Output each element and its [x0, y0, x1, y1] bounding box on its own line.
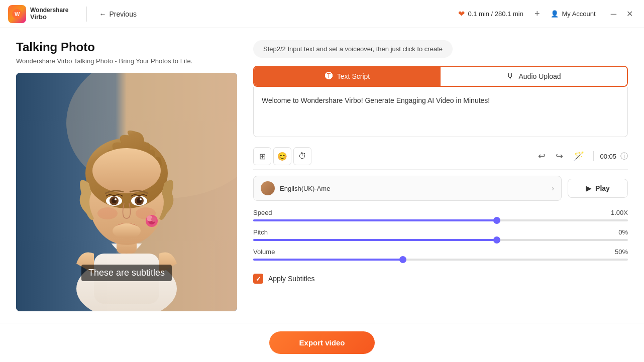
svg-point-13	[115, 198, 117, 200]
pitch-slider-fill	[253, 239, 497, 241]
redo-button[interactable]: ↪	[553, 149, 566, 164]
close-button[interactable]: ✕	[623, 7, 636, 21]
format-button[interactable]: ⊞	[253, 147, 271, 165]
speed-slider-row: Speed 1.00X	[253, 209, 628, 221]
toolbar-right: ↩ ↪ 🪄 00:05 ⓘ	[535, 149, 628, 164]
apply-subtitles-label: Apply Subtitles	[268, 275, 315, 283]
photo-container: These are subtitles	[16, 73, 237, 311]
main-content: Talking Photo Wondershare Virbo Talking …	[0, 28, 644, 362]
app-logo-icon: W	[8, 5, 26, 23]
text-script-icon: 🅣	[325, 72, 333, 81]
chevron-right-icon: ›	[552, 184, 554, 192]
step-hint: Step2/2 Input text and set a voiceover, …	[253, 40, 453, 58]
volume-slider-thumb[interactable]	[399, 256, 406, 263]
credits-value: 0.1 min / 280.1 min	[468, 10, 523, 18]
microphone-icon: 🎙	[506, 72, 514, 81]
magic-button[interactable]: 🪄	[570, 149, 587, 164]
volume-slider-header: Volume 50%	[253, 248, 628, 256]
title-divider	[86, 7, 87, 22]
speed-slider-track[interactable]	[253, 219, 628, 221]
timer-button[interactable]: ⏱	[293, 147, 311, 165]
undo-button[interactable]: ↩	[535, 149, 549, 164]
bottom-bar: Export video	[0, 323, 644, 362]
account-label: My Account	[562, 10, 595, 18]
audio-upload-tab[interactable]: 🎙 Audio Upload	[441, 67, 627, 86]
editor-toolbar: ⊞ 😊 ⏱ ↩ ↪ 🪄 00:05 ⓘ	[253, 143, 628, 170]
volume-slider-fill	[253, 259, 403, 261]
add-credits-button[interactable]: +	[531, 8, 543, 20]
svg-text:W: W	[15, 11, 20, 17]
voice-selector[interactable]: English(UK)-Ame ›	[253, 176, 562, 201]
play-icon: ▶	[586, 184, 591, 192]
volume-slider-track[interactable]	[253, 259, 628, 261]
text-content[interactable]: Welcome to Wondershare Virbo! Generate E…	[262, 95, 619, 106]
page-title: Talking Photo	[16, 40, 237, 54]
text-script-label: Text Script	[337, 72, 370, 80]
pitch-label: Pitch	[253, 228, 268, 236]
content-area: Talking Photo Wondershare Virbo Talking …	[0, 28, 644, 323]
heart-icon: ❤	[458, 9, 465, 19]
credits-display: ❤ 0.1 min / 280.1 min	[458, 9, 523, 19]
pitch-slider-thumb[interactable]	[493, 236, 500, 244]
svg-point-9	[92, 148, 161, 193]
export-video-button[interactable]: Export video	[269, 331, 375, 354]
help-icon[interactable]: ⓘ	[620, 152, 628, 161]
left-panel: Talking Photo Wondershare Virbo Talking …	[16, 40, 237, 323]
pitch-slider-row: Pitch 0%	[253, 228, 628, 241]
svg-point-20	[113, 223, 141, 238]
timer-display: 00:05	[600, 153, 616, 160]
play-label: Play	[595, 184, 610, 192]
minimize-button[interactable]: ─	[608, 7, 619, 21]
text-area-container[interactable]: Welcome to Wondershare Virbo! Generate E…	[253, 87, 628, 137]
previous-button[interactable]: ← Previous	[95, 8, 140, 20]
product-name: Virbo	[30, 14, 68, 21]
toolbar-separator	[593, 151, 594, 161]
speed-slider-fill	[253, 219, 497, 221]
account-icon: 👤	[551, 10, 559, 18]
pitch-slider-track[interactable]	[253, 239, 628, 241]
title-bar: W Wondershare Virbo ← Previous ❤ 0.1 min…	[0, 0, 644, 28]
page-subtitle: Wondershare Virbo Talking Photo - Bring …	[16, 57, 237, 65]
logo-text: Wondershare Virbo	[30, 7, 68, 21]
title-right: ❤ 0.1 min / 280.1 min + 👤 My Account ─ ✕	[458, 7, 636, 21]
play-button[interactable]: ▶ Play	[568, 179, 628, 198]
svg-point-24	[151, 217, 156, 222]
voice-avatar	[261, 181, 275, 195]
svg-point-18	[97, 207, 118, 219]
volume-slider-row: Volume 50%	[253, 248, 628, 261]
speed-slider-header: Speed 1.00X	[253, 209, 628, 216]
subtitle-overlay: These are subtitles	[81, 265, 172, 281]
voice-row: English(UK)-Ame › ▶ Play	[253, 176, 628, 201]
audio-upload-label: Audio Upload	[518, 72, 561, 80]
brand-name: Wondershare	[30, 7, 68, 14]
speed-slider-thumb[interactable]	[493, 217, 500, 224]
voice-name: English(UK)-Ame	[280, 185, 547, 192]
text-script-tab[interactable]: 🅣 Text Script	[254, 67, 441, 86]
back-arrow-icon: ←	[99, 10, 106, 18]
logo-area: W Wondershare Virbo	[8, 5, 68, 23]
account-button[interactable]: 👤 My Account	[551, 10, 595, 18]
tabs-container: 🅣 Text Script 🎙 Audio Upload	[253, 66, 628, 87]
svg-point-17	[140, 198, 142, 200]
emoji-button[interactable]: 😊	[273, 147, 291, 165]
pitch-value: 0%	[618, 228, 628, 236]
apply-subtitles-checkbox[interactable]	[253, 274, 263, 284]
volume-label: Volume	[253, 248, 275, 256]
right-panel: Step2/2 Input text and set a voiceover, …	[253, 40, 628, 323]
apply-subtitles-row: Apply Subtitles	[253, 268, 628, 290]
speed-value: 1.00X	[611, 209, 628, 216]
speed-label: Speed	[253, 209, 272, 216]
volume-value: 50%	[615, 248, 628, 256]
pitch-slider-header: Pitch 0%	[253, 228, 628, 236]
previous-label: Previous	[109, 10, 136, 18]
window-controls: ─ ✕	[608, 7, 636, 21]
